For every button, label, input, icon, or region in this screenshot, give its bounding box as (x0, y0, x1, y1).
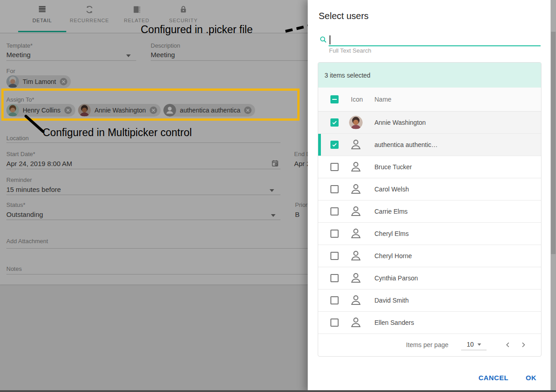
scrollbar-thumb[interactable] (551, 32, 556, 254)
user-name: David Smith (374, 297, 408, 304)
search-input[interactable] (329, 45, 541, 46)
person-icon (349, 294, 363, 307)
user-name: Ellen Sanders (374, 319, 414, 326)
select-users-dialog: Select users Full Text Search 3 items se… (308, 0, 551, 392)
row-checkbox[interactable] (330, 141, 339, 149)
selection-summary: 3 items selected (325, 72, 370, 79)
row-checkbox[interactable] (330, 185, 339, 193)
row-checkbox[interactable] (330, 163, 339, 171)
user-rows: Annie Washington authentica authentic… B… (318, 112, 541, 334)
person-icon (349, 138, 363, 152)
person-icon (349, 205, 363, 218)
person-icon (349, 182, 363, 196)
users-table-card: 3 items selected Icon Name Annie Washing… (318, 62, 541, 357)
screen: DETAIL RECURRENCE RELATED SECURITY Templ… (0, 0, 556, 392)
user-name: Cynthia Parson (374, 274, 418, 282)
user-row[interactable]: Cheryl Elms (318, 223, 541, 245)
dialog-actions: CANCEL OK (478, 374, 536, 382)
user-row[interactable]: authentica authentic… (318, 134, 541, 156)
row-checkbox[interactable] (330, 296, 339, 304)
window-bottom-edge (0, 390, 556, 392)
table-header: Icon Name (318, 88, 541, 112)
user-name: Cheryl Horne (374, 252, 412, 260)
person-icon (349, 316, 363, 329)
user-row[interactable]: Bruce Tucker (318, 156, 541, 178)
cancel-button[interactable]: CANCEL (478, 374, 508, 382)
select-all-checkbox[interactable] (330, 95, 339, 103)
items-per-page-select[interactable]: 10 (461, 339, 487, 350)
user-row[interactable]: David Smith (318, 289, 541, 312)
row-checkbox[interactable] (330, 274, 339, 282)
row-checkbox[interactable] (330, 207, 339, 216)
text-cursor (330, 35, 330, 44)
row-checkbox[interactable] (330, 318, 339, 327)
search-icon (319, 35, 327, 44)
user-row[interactable]: Carol Welsh (318, 178, 541, 201)
previous-page-button[interactable] (500, 337, 516, 353)
user-avatar (349, 116, 363, 129)
next-page-button[interactable] (516, 337, 531, 353)
person-icon (349, 160, 363, 174)
row-checkbox[interactable] (330, 118, 339, 127)
person-icon (349, 227, 363, 240)
pagination-bar: Items per page 10 (318, 333, 541, 356)
user-name: Carrie Elms (374, 208, 408, 215)
user-name: Carol Welsh (374, 186, 409, 193)
user-row[interactable]: Carrie Elms (318, 201, 541, 223)
user-name: Bruce Tucker (374, 163, 412, 171)
row-checkbox[interactable] (330, 230, 339, 238)
row-checkbox[interactable] (330, 252, 339, 260)
user-row[interactable]: Cheryl Horne (318, 245, 541, 267)
icon-column-header: Icon (351, 96, 363, 103)
page-scrollbar[interactable] (551, 0, 556, 392)
chevron-down-icon (477, 343, 481, 346)
user-name: Annie Washington (374, 119, 426, 126)
selection-summary-bar: 3 items selected (318, 63, 541, 88)
user-row[interactable]: Annie Washington (318, 112, 541, 134)
user-row[interactable]: Ellen Sanders (318, 312, 541, 334)
items-per-page-value: 10 (467, 341, 474, 348)
dialog-title: Select users (319, 11, 369, 21)
user-row[interactable]: Cynthia Parson (318, 267, 541, 289)
user-name: authentica authentic… (374, 141, 438, 148)
user-name: Cheryl Elms (374, 230, 408, 237)
ok-button[interactable]: OK (526, 374, 536, 382)
name-column-header: Name (374, 96, 391, 103)
person-icon (349, 271, 363, 285)
search-hint: Full Text Search (329, 47, 371, 54)
items-per-page-label: Items per page (406, 341, 448, 348)
person-icon (349, 249, 363, 263)
